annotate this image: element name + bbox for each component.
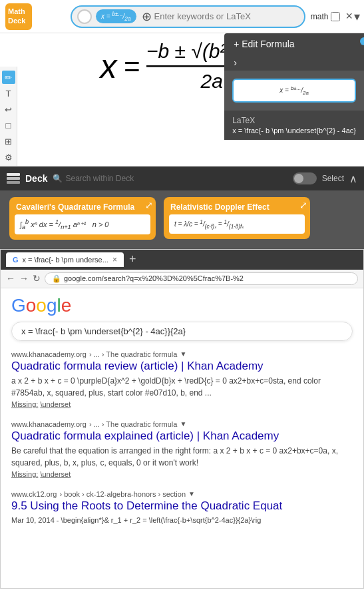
top-right-controls: math × ▾	[311, 9, 360, 24]
svg-text:Deck: Deck	[8, 17, 26, 25]
app-logo-icon: Math Deck	[4, 2, 33, 31]
browser-tab-text: x = \frac{- b \pm underse...	[23, 256, 108, 264]
card-cavalieri-formula: ∫ab xⁿ dx = 1/n+1 aⁿ⁺¹ n > 0	[15, 214, 150, 234]
edit-formula-label: + Edit Formula	[234, 39, 294, 49]
result-1-breadcrumb: › ... › The quadratic formula	[89, 350, 177, 358]
browser-tab-bar: G x = \frac{- b \pm underse... × +	[1, 250, 363, 270]
search-area: x = b±.../2a ⊕	[71, 5, 305, 28]
url-lock-icon: 🔒	[52, 274, 61, 283]
formula-preview-inner: x = b±.../2a	[232, 79, 356, 103]
deck-bar: Deck 🔍 Select ∧	[0, 166, 364, 190]
svg-rect-4	[7, 177, 20, 180]
google-favicon: G	[13, 256, 19, 264]
formula-denominator: 2a	[201, 67, 223, 93]
deck-toggle[interactable]	[293, 172, 317, 184]
card-doppler-expand-icon[interactable]: ⤢	[299, 200, 307, 210]
formula-chip-text: x = b±.../2a	[101, 11, 131, 22]
toolbar-arrow-btn[interactable]: ↩	[2, 103, 15, 116]
result-1-link[interactable]: Quadratic formula review (article) | Kha…	[11, 360, 353, 373]
browser-back-button[interactable]: ←	[6, 273, 15, 284]
toolbar-settings-btn[interactable]: ⚙	[2, 150, 15, 164]
new-tab-button[interactable]: +	[129, 252, 136, 266]
card-cavalieri-expand-icon[interactable]: ⤢	[145, 200, 153, 210]
card-doppler[interactable]: Relativistic Doppler Effect t = λ/c = 1/…	[164, 197, 310, 239]
result-3-snippet: Mar 10, 2014 - \begin{align*}& r_1 + r_2…	[11, 515, 353, 526]
latex-section: LaTeX x = \frac{- b \pm \underset{b^{2} …	[224, 111, 364, 140]
result-2-missing-label: Missing:	[11, 470, 38, 478]
top-bar: Math Deck x = b±.../2a ⊕ math × ▾	[0, 0, 364, 33]
edit-formula-panel: + Edit Formula › x = b±.../2a LaTeX x = …	[224, 33, 364, 140]
google-page: Google x = \frac{- b \pm \underset{b^{2}…	[1, 288, 363, 588]
latex-value: x = \frac{- b \pm \underset{b^{2} - 4ac}	[232, 127, 356, 135]
latex-label: LaTeX	[232, 116, 356, 125]
chevron-right-icon: ›	[234, 57, 237, 68]
blue-dot-indicator	[360, 37, 364, 45]
browser-url-bar[interactable]: 🔒 google.com/search?q=x%20%3D%20%5Cfrac%…	[45, 272, 358, 285]
browser-area: G x = \frac{- b \pm underse... × + ← → ↻…	[0, 249, 364, 589]
formula-preview-chip[interactable]: x = b±.../2a	[96, 9, 136, 23]
search-input[interactable]	[154, 11, 299, 21]
svg-rect-3	[7, 173, 20, 176]
edit-formula-expand[interactable]: ›	[224, 55, 364, 71]
result-1-missing-label: Missing:	[11, 400, 38, 408]
browser-forward-button[interactable]: →	[19, 273, 29, 284]
deck-select-label: Select	[322, 174, 344, 183]
add-formula-button[interactable]: ⊕	[142, 9, 152, 24]
url-text: google.com/search?q=x%20%3D%20%5Cfrac%7B…	[64, 274, 244, 282]
close-button[interactable]: ×	[345, 9, 353, 23]
result-2-breadcrumb: › ... › The quadratic formula	[89, 420, 177, 428]
preview-formula-text: x = b±.../2a	[279, 87, 309, 94]
math-checkbox[interactable]	[331, 12, 340, 21]
svg-rect-5	[7, 181, 20, 184]
result-2-dropdown-icon[interactable]: ▼	[180, 420, 186, 428]
deck-collapse-icon[interactable]: ∧	[349, 172, 357, 185]
deck-search: 🔍	[53, 174, 145, 183]
formula-display-area: ✏ T ↩ □ ⊞ ⚙ ⋯ x = −b ± √(b²−4ac) 2a + Ed…	[0, 33, 364, 166]
card-doppler-formula-text: t = λ/c = 1/(c·f)ₛ = 1/(1·δ)fₛ	[174, 218, 244, 230]
card-cavalieri[interactable]: Cavalieri's Quadrature Formula ∫ab xⁿ dx…	[9, 197, 156, 240]
result-3-breadcrumb: › book › ck-12-algebra-honors › section	[59, 490, 186, 498]
google-logo: Google	[11, 295, 353, 316]
tab-close-button[interactable]: ×	[112, 255, 117, 264]
deck-toggle-knob	[294, 174, 303, 183]
deck-search-icon: 🔍	[53, 174, 63, 183]
browser-refresh-button[interactable]: ↻	[33, 273, 41, 284]
expand-button[interactable]: ▾	[354, 9, 360, 24]
google-o2: o	[36, 295, 47, 316]
cards-area: Cavalieri's Quadrature Formula ∫ab xⁿ dx…	[0, 190, 364, 249]
deck-search-input[interactable]	[65, 174, 145, 183]
result-2-missing-value: \underset	[40, 470, 71, 478]
search-result-3: www.ck12.org › book › ck-12-algebra-hono…	[11, 490, 353, 526]
result-3-dropdown-icon[interactable]: ▼	[188, 490, 195, 497]
card-doppler-title: Relativistic Doppler Effect	[164, 197, 310, 214]
result-1-source: www.khanacademy.org › ... › The quadrati…	[11, 350, 353, 358]
result-1-domain: www.khanacademy.org	[11, 350, 87, 358]
card-doppler-formula: t = λ/c = 1/(c·f)ₛ = 1/(1·δ)fₛ	[169, 214, 305, 234]
search-radio[interactable]	[77, 9, 92, 24]
google-g1: G	[11, 295, 26, 316]
logo-area: Math Deck	[4, 2, 71, 31]
toolbar-image-btn[interactable]: ⊞	[2, 135, 15, 148]
toolbar-edit-btn[interactable]: ✏	[2, 71, 15, 84]
deck-logo-icon	[7, 173, 20, 184]
browser-tab-active[interactable]: G x = \frac{- b \pm underse... ×	[6, 252, 124, 267]
result-3-link[interactable]: 9.5 Using the Roots to Determine the Qua…	[11, 499, 353, 513]
browser-nav: ← → ↻ 🔒 google.com/search?q=x%20%3D%20%5…	[1, 270, 363, 288]
card-cavalieri-title: Cavalieri's Quadrature Formula	[9, 197, 156, 214]
toolbar-shape-btn[interactable]: □	[2, 119, 15, 132]
result-1-dropdown-icon[interactable]: ▼	[180, 350, 186, 358]
google-o1: o	[26, 295, 37, 316]
google-search-bar[interactable]: x = \frac{- b \pm \underset{b^{2} - 4ac}…	[11, 322, 353, 341]
result-3-source: www.ck12.org › book › ck-12-algebra-hono…	[11, 490, 353, 498]
result-1-missing: Missing: \underset	[11, 400, 353, 408]
left-toolbar: ✏ T ↩ □ ⊞ ⚙ ⋯	[0, 67, 17, 166]
result-1-snippet: a x 2 + b x + c = 0 \purpleD{a}x^2 + \go…	[11, 375, 353, 399]
formula-equals: =	[124, 51, 140, 83]
result-2-link[interactable]: Quadratic formula explained (article) | …	[11, 430, 353, 443]
result-3-domain: www.ck12.org	[11, 490, 57, 498]
result-2-source: www.khanacademy.org › ... › The quadrati…	[11, 420, 353, 428]
edit-formula-button[interactable]: + Edit Formula	[224, 33, 364, 55]
toolbar-text-btn[interactable]: T	[2, 87, 15, 100]
formula-preview-box: x = b±.../2a	[224, 71, 364, 111]
card-cavalieri-formula-text: ∫ab xⁿ dx = 1/n+1 aⁿ⁺¹ n > 0	[20, 218, 108, 230]
